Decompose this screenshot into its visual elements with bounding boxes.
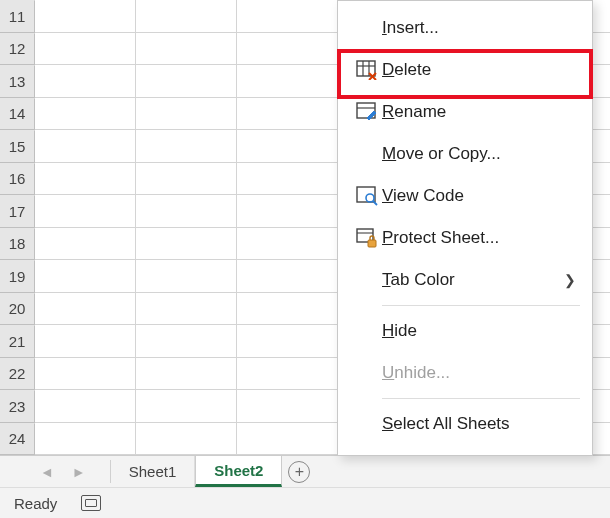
svg-point-9 xyxy=(366,194,374,202)
menu-label: Move or Copy... xyxy=(382,144,592,164)
submenu-arrow-icon: ❯ xyxy=(564,272,576,288)
menu-label: Insert... xyxy=(382,18,592,38)
cell[interactable] xyxy=(35,423,136,456)
cell[interactable] xyxy=(237,228,338,261)
menu-protect-sheet[interactable]: Protect Sheet... xyxy=(338,217,592,259)
cell[interactable] xyxy=(136,423,237,456)
sheet-tab-bar: ◄ ► Sheet1 Sheet2 + xyxy=(0,455,610,487)
rename-icon xyxy=(352,102,382,122)
cell[interactable] xyxy=(35,0,136,33)
cell[interactable] xyxy=(136,228,237,261)
menu-select-all-sheets[interactable]: Select All Sheets xyxy=(338,403,592,445)
row-header[interactable]: 19 xyxy=(0,260,35,293)
tab-sheet1[interactable]: Sheet1 xyxy=(111,456,196,487)
menu-label: Delete xyxy=(382,60,592,80)
menu-insert[interactable]: Insert... xyxy=(338,7,592,49)
cell[interactable] xyxy=(136,33,237,66)
cell[interactable] xyxy=(237,65,338,98)
menu-unhide: Unhide... xyxy=(338,352,592,394)
new-sheet-button[interactable]: + xyxy=(282,456,316,487)
menu-separator xyxy=(382,398,580,399)
tab-prev-icon[interactable]: ◄ xyxy=(40,465,54,479)
cell[interactable] xyxy=(237,260,338,293)
menu-label: Unhide... xyxy=(382,363,592,383)
cell[interactable] xyxy=(237,293,338,326)
row-header[interactable]: 21 xyxy=(0,325,35,358)
cell[interactable] xyxy=(35,228,136,261)
cell[interactable] xyxy=(237,423,338,456)
cell[interactable] xyxy=(35,130,136,163)
menu-move-or-copy[interactable]: Move or Copy... xyxy=(338,133,592,175)
cell[interactable] xyxy=(237,33,338,66)
cell[interactable] xyxy=(35,98,136,131)
tab-nav: ◄ ► xyxy=(0,456,110,487)
tab-label: Sheet2 xyxy=(214,462,263,479)
cell[interactable] xyxy=(136,65,237,98)
cell[interactable] xyxy=(136,358,237,391)
cell[interactable] xyxy=(136,260,237,293)
row-header[interactable]: 17 xyxy=(0,195,35,228)
cell[interactable] xyxy=(35,390,136,423)
cell[interactable] xyxy=(136,130,237,163)
cell[interactable] xyxy=(136,163,237,196)
cell[interactable] xyxy=(237,358,338,391)
cell[interactable] xyxy=(35,293,136,326)
delete-sheet-icon xyxy=(352,60,382,80)
sheet-context-menu: Insert... Delete Rename Move or C xyxy=(337,0,593,456)
protect-sheet-icon xyxy=(352,228,382,248)
row-header[interactable]: 20 xyxy=(0,293,35,326)
cell[interactable] xyxy=(35,358,136,391)
row-header[interactable]: 22 xyxy=(0,358,35,391)
plus-icon: + xyxy=(288,461,310,483)
cell[interactable] xyxy=(237,390,338,423)
row-header[interactable]: 11 xyxy=(0,0,35,33)
cell[interactable] xyxy=(136,0,237,33)
row-header[interactable]: 12 xyxy=(0,33,35,66)
cell[interactable] xyxy=(136,195,237,228)
accessibility-icon[interactable] xyxy=(81,495,101,511)
cell[interactable] xyxy=(237,163,338,196)
menu-label: Protect Sheet... xyxy=(382,228,592,248)
menu-rename[interactable]: Rename xyxy=(338,91,592,133)
cell[interactable] xyxy=(35,325,136,358)
cell[interactable] xyxy=(136,98,237,131)
svg-rect-13 xyxy=(368,240,376,247)
menu-label: Rename xyxy=(382,102,592,122)
row-header[interactable]: 18 xyxy=(0,228,35,261)
cell[interactable] xyxy=(237,0,338,33)
cell[interactable] xyxy=(35,163,136,196)
view-code-icon xyxy=(352,186,382,206)
menu-label: Hide xyxy=(382,321,592,341)
cell[interactable] xyxy=(136,325,237,358)
status-ready: Ready xyxy=(14,495,57,512)
menu-label: Select All Sheets xyxy=(382,414,592,434)
menu-separator xyxy=(382,305,580,306)
cell[interactable] xyxy=(237,98,338,131)
menu-hide[interactable]: Hide xyxy=(338,310,592,352)
row-header[interactable]: 14 xyxy=(0,98,35,131)
row-header[interactable]: 16 xyxy=(0,163,35,196)
svg-rect-0 xyxy=(357,61,375,76)
tab-next-icon[interactable]: ► xyxy=(72,465,86,479)
cell[interactable] xyxy=(35,33,136,66)
cell[interactable] xyxy=(136,390,237,423)
menu-label: View Code xyxy=(382,186,592,206)
tab-label: Sheet1 xyxy=(129,463,177,480)
cell[interactable] xyxy=(237,130,338,163)
cell[interactable] xyxy=(237,325,338,358)
cell[interactable] xyxy=(35,65,136,98)
menu-view-code[interactable]: View Code xyxy=(338,175,592,217)
row-header[interactable]: 15 xyxy=(0,130,35,163)
cell[interactable] xyxy=(35,260,136,293)
menu-delete[interactable]: Delete xyxy=(338,49,592,91)
cell[interactable] xyxy=(35,195,136,228)
status-bar: Ready xyxy=(0,487,610,518)
row-header[interactable]: 13 xyxy=(0,65,35,98)
tab-sheet2[interactable]: Sheet2 xyxy=(195,455,282,487)
row-header[interactable]: 23 xyxy=(0,390,35,423)
cell[interactable] xyxy=(237,195,338,228)
row-header[interactable]: 24 xyxy=(0,423,35,456)
menu-tab-color[interactable]: Tab Color ❯ xyxy=(338,259,592,301)
cell[interactable] xyxy=(136,293,237,326)
menu-label: Tab Color xyxy=(382,270,592,290)
